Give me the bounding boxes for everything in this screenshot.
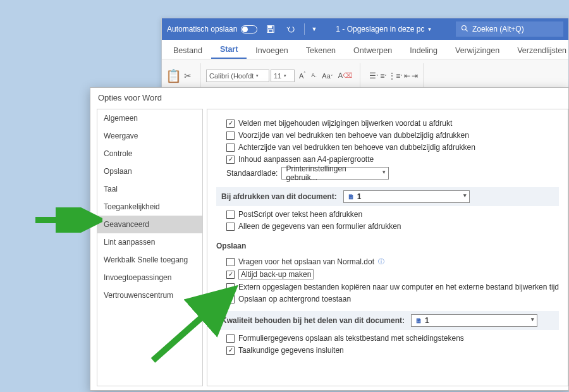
tab-verwijzingen[interactable]: Verwijzingen: [446, 42, 508, 59]
option-label: Vragen voor het opslaan van Normal.dot: [238, 257, 374, 266]
section-label: Opslaan: [216, 242, 246, 250]
save-icon[interactable]: [264, 22, 278, 36]
svg-rect-1: [269, 26, 272, 28]
checkbox[interactable]: [226, 334, 235, 343]
option-label: Velden met bijgehouden wijzigingen bijwe…: [238, 119, 452, 128]
grow-font-icon[interactable]: A˄: [297, 71, 308, 80]
undo-icon[interactable]: [284, 22, 298, 36]
checkbox[interactable]: [226, 258, 235, 266]
search-placeholder: Zoeken (Alt+Q): [472, 25, 524, 34]
checkbox-backup[interactable]: [226, 271, 235, 279]
svg-rect-2: [269, 30, 273, 32]
option-row: Vragen voor het opslaan van Normal.dot ⓘ: [226, 257, 559, 266]
document-icon: 🗎: [415, 317, 422, 324]
toggle-track[interactable]: [241, 25, 257, 34]
numbering-icon[interactable]: ≡˅: [380, 71, 387, 80]
option-row: Achterzijde van vel bedrukken ten behoev…: [226, 143, 559, 152]
option-label: Inhoud aanpassen aan A4-papiergrootte: [238, 155, 374, 164]
checkbox[interactable]: [226, 223, 235, 231]
checkbox[interactable]: [226, 156, 235, 164]
sidebar-item-controle[interactable]: Controle: [97, 145, 202, 162]
tab-ontwerpen[interactable]: Ontwerpen: [345, 42, 401, 59]
sidebar-item-lint[interactable]: Lint aanpassen: [97, 233, 202, 251]
section-label: Kwaliteit behouden bij het delen van dit…: [221, 316, 405, 325]
tab-verzendlijsten[interactable]: Verzendlijsten: [508, 42, 569, 59]
option-row: Extern opgeslagen bestanden kopiëren naa…: [226, 283, 559, 291]
sidebar-item-toegankelijkheid[interactable]: Toegankelijkheid: [97, 198, 202, 216]
sidebar-item-weergave[interactable]: Weergave: [97, 127, 202, 145]
print-document-dropdown[interactable]: 🗎1: [343, 190, 470, 203]
ribbon-separator: [200, 63, 201, 89]
sidebar-item-opslaan[interactable]: Opslaan: [97, 162, 202, 180]
checkbox[interactable]: [226, 144, 235, 152]
word-options-dialog: Opties voor Word Algemeen Weergave Contr…: [90, 87, 569, 391]
section-label: Bij afdrukken van dit document:: [221, 192, 337, 201]
quality-document-dropdown[interactable]: 🗎1: [411, 314, 537, 327]
multilevel-icon[interactable]: ⋮≡˅: [388, 71, 403, 80]
default-tray-dropdown[interactable]: Printerinstellingen gebruik...: [281, 167, 389, 180]
default-tray-label: Standaardlade:: [226, 169, 278, 178]
sidebar-item-algemeen[interactable]: Algemeen: [97, 109, 202, 127]
option-label-backup: Altijd back-up maken: [238, 269, 314, 279]
ribbon-separator: [360, 63, 360, 89]
section-print-document: Bij afdrukken van dit document: 🗎1: [216, 187, 559, 206]
sidebar-item-vertrouwen[interactable]: Vertrouwenscentrum: [97, 286, 202, 304]
checkbox[interactable]: [226, 283, 235, 291]
chevron-down-icon[interactable]: ▼: [311, 26, 317, 32]
cut-icon[interactable]: ✂: [184, 71, 192, 81]
sidebar-item-invoeg[interactable]: Invoegtoepassingen: [97, 269, 202, 286]
option-row-backup: Altijd back-up maken: [226, 269, 559, 279]
chevron-down-icon: ▼: [427, 27, 432, 32]
option-row: Opslaan op achtergrond toestaan: [226, 295, 559, 303]
indent-icon[interactable]: ⇥: [412, 71, 418, 80]
dialog-title: Opties voor Word: [90, 88, 568, 107]
option-row: Standaardlade: Printerinstellingen gebru…: [226, 167, 559, 180]
tab-bestand[interactable]: Bestand: [164, 42, 211, 59]
sidebar-item-geavanceerd[interactable]: Geavanceerd: [97, 216, 202, 233]
word-app-window: Automatisch opslaan ▼ 1 - Opgeslagen in …: [161, 18, 569, 94]
checkbox[interactable]: [226, 295, 235, 303]
checkbox[interactable]: [226, 119, 235, 128]
titlebar: Automatisch opslaan ▼ 1 - Opgeslagen in …: [162, 18, 568, 40]
option-row: Formuliergegevens opslaan als tekstbesta…: [226, 334, 559, 343]
sidebar-item-werkbalk[interactable]: Werkbalk Snelle toegang: [97, 251, 202, 269]
tab-start[interactable]: Start: [211, 41, 247, 59]
shrink-font-icon[interactable]: A˅: [309, 71, 319, 80]
section-save: Opslaan: [216, 238, 559, 254]
document-title[interactable]: 1 - Opgeslagen in deze pc ▼: [336, 25, 432, 34]
paste-icon[interactable]: 📋: [166, 68, 181, 83]
option-row: Voorzijde van vel bedrukken ten behoeve …: [226, 131, 559, 140]
option-label: Voorzijde van vel bedrukken ten behoeve …: [238, 131, 469, 140]
option-row: Taalkundige gegevens insluiten: [226, 346, 559, 355]
option-label: Taalkundige gegevens insluiten: [238, 346, 344, 355]
clear-format-icon[interactable]: A⌫: [336, 71, 355, 80]
titlebar-divider: [304, 23, 305, 35]
search-icon: [461, 25, 468, 34]
section-quality: Kwaliteit behouden bij het delen van dit…: [216, 311, 559, 330]
change-case-icon[interactable]: Aa˅: [320, 71, 334, 80]
ribbon-tabs: Bestand Start Invoegen Tekenen Ontwerpen…: [162, 40, 568, 59]
sidebar-item-taal[interactable]: Taal: [97, 180, 202, 198]
dialog-content: Velden met bijgehouden wijzigingen bijwe…: [207, 109, 568, 386]
tab-indeling[interactable]: Indeling: [401, 42, 446, 59]
svg-point-3: [462, 25, 467, 30]
checkbox[interactable]: [226, 211, 235, 219]
option-row: Alleen de gegevens van een formulier afd…: [226, 222, 559, 231]
info-icon[interactable]: ⓘ: [378, 257, 384, 266]
option-label: Extern opgeslagen bestanden kopiëren naa…: [238, 283, 559, 291]
option-label: Achterzijde van vel bedrukken ten behoev…: [238, 143, 475, 152]
tab-invoegen[interactable]: Invoegen: [247, 42, 297, 59]
font-name-combo[interactable]: Calibri (Hoofdt▾: [206, 70, 269, 82]
option-row: PostScript over tekst heen afdrukken: [226, 210, 559, 219]
bullets-icon[interactable]: ☰˅: [369, 71, 379, 80]
checkbox[interactable]: [226, 132, 235, 140]
outdent-icon[interactable]: ⇤: [404, 71, 410, 80]
ribbon-separator: [423, 63, 424, 89]
option-label: PostScript over tekst heen afdrukken: [238, 210, 362, 219]
autosave-toggle[interactable]: Automatisch opslaan: [167, 25, 257, 34]
font-size-combo[interactable]: 11▾: [271, 70, 295, 82]
option-row: Inhoud aanpassen aan A4-papiergrootte: [226, 155, 559, 164]
tab-tekenen[interactable]: Tekenen: [297, 42, 345, 59]
checkbox[interactable]: [226, 346, 235, 355]
search-box[interactable]: Zoeken (Alt+Q): [456, 21, 563, 37]
